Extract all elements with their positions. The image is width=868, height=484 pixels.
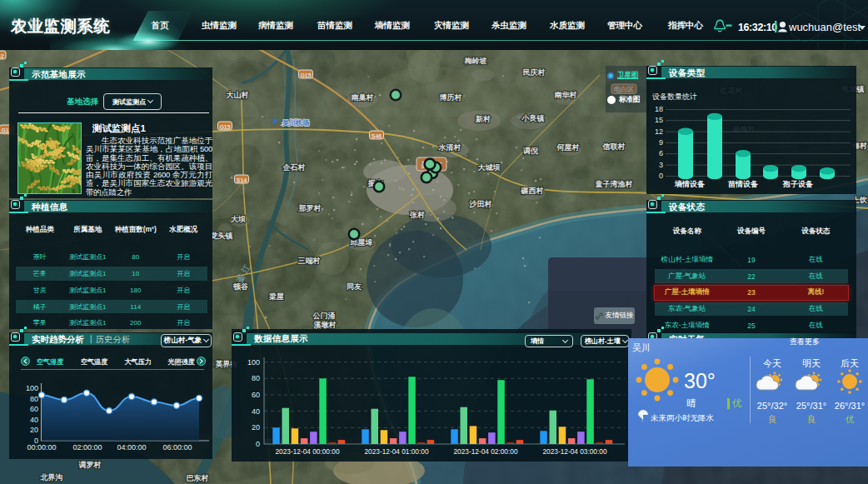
svg-text:今天: 今天 bbox=[763, 358, 781, 368]
svg-text:15: 15 bbox=[655, 116, 663, 124]
svg-text:晴: 晴 bbox=[686, 398, 696, 408]
svg-text:0: 0 bbox=[256, 440, 260, 448]
svg-text:40: 40 bbox=[252, 407, 260, 416]
svg-text:18: 18 bbox=[655, 105, 663, 113]
svg-text:80: 80 bbox=[252, 374, 260, 382]
svg-text:后天: 后天 bbox=[841, 358, 859, 368]
svg-text:2023-12-04 01:00:00: 2023-12-04 01:00:00 bbox=[364, 447, 428, 456]
svg-text:大气压力: 大气压力 bbox=[124, 357, 152, 366]
svg-text:25°/31°: 25°/31° bbox=[796, 401, 826, 411]
svg-text:25°/32°: 25°/32° bbox=[757, 401, 787, 411]
svg-text:00:00:00: 00:00:00 bbox=[27, 443, 56, 452]
svg-text:2023-12-04 02:00:00: 2023-12-04 02:00:00 bbox=[453, 447, 517, 456]
svg-text:60: 60 bbox=[30, 405, 38, 413]
svg-text:30°: 30° bbox=[684, 369, 716, 392]
svg-text:明天: 明天 bbox=[802, 358, 821, 368]
svg-text:12: 12 bbox=[655, 127, 663, 136]
svg-text:空气温度: 空气温度 bbox=[81, 357, 108, 366]
svg-text:空气湿度: 空气湿度 bbox=[37, 357, 64, 366]
svg-text:墒情设备: 墒情设备 bbox=[674, 180, 706, 188]
svg-text:6: 6 bbox=[659, 149, 663, 157]
svg-text:16:32:10: 16:32:10 bbox=[738, 22, 777, 33]
svg-text:2023-12-04 00:00:00: 2023-12-04 00:00:00 bbox=[275, 447, 339, 456]
svg-text:光照强度: 光照强度 bbox=[167, 357, 195, 367]
svg-text:04:00:00: 04:00:00 bbox=[117, 443, 146, 452]
svg-text:80: 80 bbox=[30, 395, 38, 403]
svg-text:优: 优 bbox=[846, 414, 855, 424]
svg-text:20: 20 bbox=[252, 423, 260, 432]
svg-text:wuchuan@test: wuchuan@test bbox=[788, 21, 861, 33]
svg-text:100: 100 bbox=[26, 384, 38, 392]
svg-text:优: 优 bbox=[732, 398, 742, 408]
svg-text:良: 良 bbox=[807, 414, 816, 424]
svg-text:20: 20 bbox=[30, 426, 38, 434]
svg-text:06:00:00: 06:00:00 bbox=[162, 443, 192, 452]
svg-text:26°/31°: 26°/31° bbox=[835, 401, 865, 411]
svg-text:2023-12-04 03:00:00: 2023-12-04 03:00:00 bbox=[542, 447, 606, 456]
svg-text:60: 60 bbox=[252, 391, 260, 399]
svg-text:02:00:00: 02:00:00 bbox=[72, 443, 102, 452]
svg-text:40: 40 bbox=[30, 416, 38, 424]
svg-text:孢子设备: 孢子设备 bbox=[782, 180, 814, 188]
svg-text:9: 9 bbox=[659, 138, 663, 147]
svg-text:100: 100 bbox=[247, 358, 260, 367]
svg-text:未来两小时无降水: 未来两小时无降水 bbox=[651, 413, 714, 422]
svg-text:苗情设备: 苗情设备 bbox=[727, 180, 759, 188]
svg-text:0: 0 bbox=[659, 172, 663, 180]
svg-text:3: 3 bbox=[659, 161, 663, 169]
svg-text:良: 良 bbox=[768, 414, 777, 424]
